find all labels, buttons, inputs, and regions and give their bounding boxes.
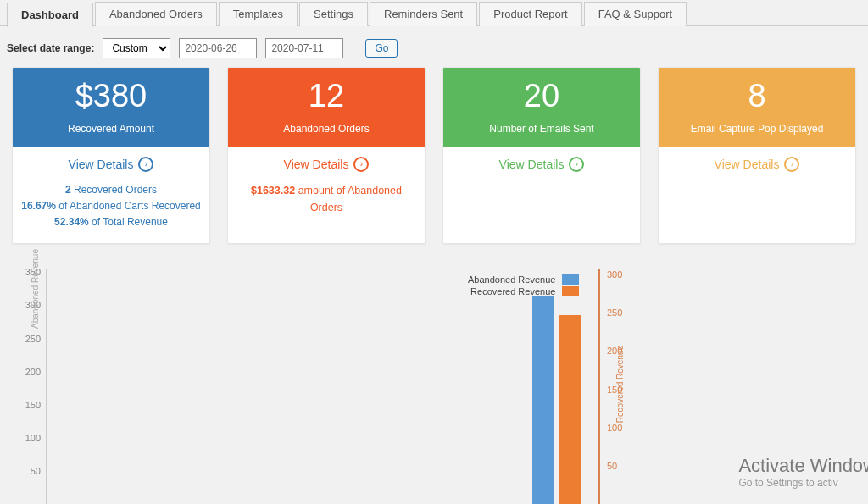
summary-cards: $380 Recovered Amount View Details › 2 R… [0, 67, 868, 244]
abandoned-substats: $1633.32 amount of Abandoned Orders [228, 182, 425, 228]
view-details-text: View Details [499, 158, 565, 171]
date-range-label: Select date range: [7, 42, 94, 54]
y-axis-right-label: Recovered Revenue [615, 346, 625, 423]
popups-view-details[interactable]: View Details › [659, 147, 855, 182]
card-popups: 8 Email Capture Pop Displayed View Detai… [658, 67, 856, 244]
date-filter-row: Select date range: Custom Go [0, 26, 868, 67]
view-details-text: View Details [284, 158, 349, 171]
arrow-right-icon: › [569, 157, 584, 172]
emails-label: Number of Emails Sent [450, 123, 633, 135]
emails-value: 20 [450, 78, 633, 114]
card-abandoned-orders: 12 Abandoned Orders View Details › $1633… [227, 67, 426, 244]
recovered-label: Recovered Amount [19, 123, 203, 135]
date-from-input[interactable] [179, 38, 257, 58]
popups-label: Email Capture Pop Displayed [665, 123, 849, 135]
card-emails-sent: 20 Number of Emails Sent View Details › [442, 67, 641, 244]
arrow-right-icon: › [138, 157, 153, 172]
legend-item: Abandoned Revenue [468, 274, 579, 285]
abandoned-view-details[interactable]: View Details › [228, 147, 425, 182]
tab-settings[interactable]: Settings [299, 2, 368, 26]
tab-faq-support[interactable]: FAQ & Support [584, 2, 687, 26]
view-details-text: View Details [69, 158, 134, 171]
chart-bars [532, 296, 581, 504]
card-recovered-amount: $380 Recovered Amount View Details › 2 R… [12, 67, 210, 244]
emails-view-details[interactable]: View Details › [443, 147, 640, 182]
bar-abandoned-revenue [532, 296, 554, 504]
tab-dashboard[interactable]: Dashboard [7, 3, 93, 27]
tab-reminders-sent[interactable]: Reminders Sent [370, 2, 477, 26]
y-axis-right: 50100150200250300 [598, 269, 600, 504]
chart-legend: Abandoned RevenueRecovered Revenue [468, 274, 579, 298]
windows-activation-watermark: Activate Window Go to Settings to activ [738, 455, 868, 489]
y-axis-left: 50100150200250300350 [46, 269, 47, 504]
recovered-substats: 2 Recovered Orders 16.67% of Abandoned C… [13, 182, 209, 243]
tab-templates[interactable]: Templates [219, 2, 298, 26]
tab-bar: DashboardAbandoned OrdersTemplatesSettin… [0, 2, 868, 26]
legend-item: Recovered Revenue [468, 286, 579, 296]
abandoned-value: 12 [235, 78, 418, 114]
arrow-right-icon: › [353, 157, 369, 172]
tab-abandoned-orders[interactable]: Abandoned Orders [95, 2, 217, 26]
popups-value: 8 [665, 78, 849, 114]
bar-recovered-revenue [559, 315, 581, 504]
y-axis-left-label: Abandoned Revenue [31, 249, 40, 329]
date-to-input[interactable] [265, 38, 343, 58]
view-details-text: View Details [715, 158, 780, 171]
tab-product-report[interactable]: Product Report [479, 2, 581, 26]
go-button[interactable]: Go [365, 39, 398, 58]
recovered-view-details[interactable]: View Details › [13, 147, 209, 182]
arrow-right-icon: › [784, 157, 799, 172]
recovered-value: $380 [19, 78, 203, 114]
date-preset-select[interactable]: Custom [103, 38, 170, 58]
abandoned-label: Abandoned Orders [235, 123, 418, 135]
revenue-chart: 50100150200250300350 Abandoned Revenue 5… [12, 269, 856, 504]
